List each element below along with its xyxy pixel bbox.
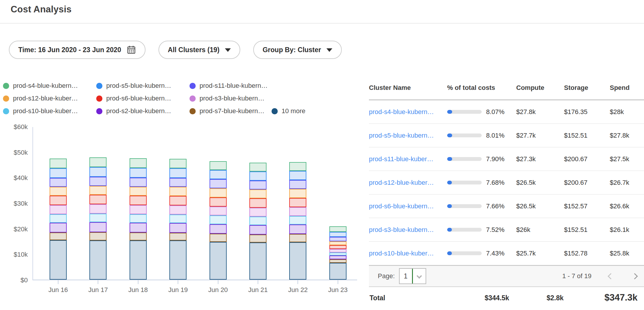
bar-segment	[50, 168, 67, 178]
bar-segment	[50, 214, 67, 223]
storage-value: $176.35	[564, 108, 610, 116]
legend-item[interactable]: prod-s6-blue-kubern…	[96, 95, 189, 102]
legend-item-label: prod-s2-blue-kubern…	[106, 107, 171, 115]
legend-item[interactable]: prod-s11-blue-kubern…	[189, 82, 272, 90]
bar-segment	[50, 233, 67, 240]
bar-segment	[130, 158, 147, 168]
legend-item-label: prod-s11-blue-kubern…	[200, 82, 268, 90]
table-header-row: Cluster Name % of total costs Compute St…	[369, 76, 644, 100]
cluster-name-link[interactable]: prod-s5-blue-kubern…	[369, 132, 447, 139]
compute-value: $27.8k	[516, 108, 564, 116]
pct-value: 8.01%	[486, 132, 504, 139]
pct-of-total-cell: 8.07%	[447, 108, 516, 116]
stacked-bar[interactable]	[130, 158, 147, 280]
storage-value: $152.57	[564, 202, 610, 210]
bar-segment	[249, 235, 267, 243]
stacked-bar[interactable]	[89, 157, 107, 280]
legend-item[interactable]: prod-s10-blue-kuber…	[3, 107, 96, 115]
bar-segment	[210, 197, 227, 207]
legend-item[interactable]: prod-s5-blue-kubern…	[96, 82, 189, 90]
legend-item[interactable]: prod-s12-blue-kuber…	[3, 95, 96, 102]
bar-segment	[169, 159, 187, 168]
stacked-bar[interactable]	[50, 159, 67, 280]
stacked-bar[interactable]	[249, 163, 267, 280]
x-axis-tick	[138, 280, 138, 284]
bar-segment	[329, 245, 346, 249]
cluster-name-link[interactable]: prod-s11-blue-kuber…	[369, 155, 447, 163]
legend-item-label: prod-s4-blue-kubern…	[13, 82, 78, 90]
x-axis-tick	[178, 280, 178, 284]
total-compute-value: $344.5k	[485, 294, 509, 302]
legend-dot-icon	[96, 108, 102, 114]
bar-segment	[50, 223, 67, 233]
filter-bar: Time: 16 Jun 2020 - 23 Jun 2020 All Clus…	[9, 41, 644, 59]
cluster-name-link[interactable]: prod-s6-blue-kubern…	[369, 202, 447, 210]
chart-panel: prod-s4-blue-kubern…prod-s5-blue-kubern……	[0, 76, 363, 309]
legend-dot-icon	[96, 83, 102, 89]
stacked-bar[interactable]	[329, 226, 346, 280]
stacked-bar[interactable]	[210, 161, 227, 280]
bar-segment	[130, 223, 147, 233]
legend-item[interactable]: prod-s3-blue-kubern…	[189, 95, 272, 102]
time-range-filter[interactable]: Time: 16 Jun 2020 - 23 Jun 2020	[9, 41, 146, 59]
bar-segment	[130, 214, 147, 223]
cluster-name-link[interactable]: prod-s10-blue-kuber…	[369, 250, 447, 257]
x-axis-tick-label: Jun 20	[197, 286, 239, 294]
clusters-filter-dropdown[interactable]: All Clusters (19)	[158, 41, 240, 59]
previous-page-button[interactable]	[608, 273, 614, 279]
pct-progress-track	[447, 133, 482, 137]
x-axis-tick-label: Jun 22	[277, 286, 318, 294]
cluster-name-link[interactable]: prod-s4-blue-kubern…	[369, 108, 447, 116]
pct-progress-fill	[447, 110, 452, 114]
bar-segment	[249, 198, 267, 207]
bar-segment	[169, 168, 187, 178]
total-label: Total	[370, 294, 385, 302]
col-header-storage: Storage	[564, 84, 610, 92]
bar-segment	[329, 255, 346, 259]
table-row: prod-s10-blue-kuber…7.43%$25.7k$152.78$2…	[369, 242, 644, 265]
bar-segment	[210, 161, 227, 170]
cluster-name-link[interactable]: prod-s12-blue-kuber…	[369, 179, 447, 187]
bar-segment	[329, 253, 346, 255]
bar-segment	[249, 181, 267, 189]
cluster-name-link[interactable]: prod-s3-blue-kubern…	[369, 226, 447, 234]
bar-segment	[50, 187, 67, 196]
legend-item[interactable]: 10 more	[272, 107, 305, 115]
bar-segment	[50, 240, 67, 280]
stacked-bar[interactable]	[289, 162, 306, 280]
storage-value: $200.67	[564, 155, 610, 163]
pct-of-total-cell: 8.01%	[447, 132, 516, 139]
storage-value: $152.51	[564, 132, 610, 139]
pct-value: 7.52%	[486, 226, 504, 234]
pct-progress-track	[447, 251, 482, 255]
stacked-bar[interactable]	[169, 159, 187, 280]
group-by-dropdown[interactable]: Group By: Cluster	[253, 41, 342, 59]
bar-segment	[89, 214, 107, 222]
compute-value: $26k	[516, 226, 564, 234]
bar-segment	[89, 232, 107, 240]
bar-segment	[169, 240, 187, 280]
pct-progress-track	[447, 181, 482, 184]
legend-item[interactable]: prod-s7-blue-kubern…	[189, 107, 272, 115]
x-axis-tick	[258, 280, 258, 284]
col-header-cluster-name: Cluster Name	[369, 84, 447, 92]
bar-segment	[289, 189, 306, 198]
x-axis-tick	[338, 280, 338, 284]
bar-segment	[289, 171, 306, 180]
spend-value: $26.1k	[610, 226, 644, 234]
bar-segment	[329, 263, 346, 280]
legend-item[interactable]: prod-s2-blue-kubern…	[96, 107, 189, 115]
bar-segment	[89, 195, 107, 204]
chart-plot-area: Jun 16Jun 17Jun 18Jun 19Jun 20Jun 21Jun …	[32, 127, 357, 280]
col-header-compute: Compute	[516, 84, 564, 92]
x-axis-tick-label: Jun 19	[157, 286, 199, 294]
next-page-button[interactable]	[632, 273, 638, 279]
group-by-label: Group By: Cluster	[263, 46, 321, 54]
bar-segment	[289, 216, 306, 225]
legend-item[interactable]: prod-s4-blue-kubern…	[3, 82, 96, 90]
chevron-down-icon	[326, 48, 332, 52]
spend-value: $28k	[610, 108, 644, 116]
bar-segment	[130, 196, 147, 205]
page-select[interactable]: 1	[399, 268, 426, 284]
legend-item-label: prod-s12-blue-kuber…	[13, 95, 78, 102]
